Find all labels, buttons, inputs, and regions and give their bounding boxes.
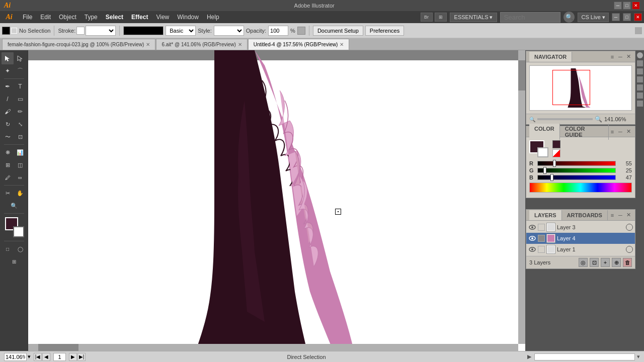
menu-effect[interactable]: Effect xyxy=(128,13,151,22)
layer-1-visibility[interactable] xyxy=(528,245,536,253)
layers-menu-btn[interactable]: ≡ xyxy=(609,212,616,219)
page-input[interactable] xyxy=(53,353,66,361)
lasso-tool[interactable]: ⌒ xyxy=(14,65,26,77)
stroke-swatch[interactable] xyxy=(76,27,85,35)
r-slider-container[interactable] xyxy=(537,161,616,166)
full-screen-btn[interactable]: ⊞ xyxy=(8,255,20,267)
style-select[interactable] xyxy=(214,26,244,36)
opacity-input[interactable] xyxy=(268,26,288,36)
panel-strip-btn-1[interactable] xyxy=(637,52,643,58)
menu-view[interactable]: View xyxy=(152,13,173,22)
hand-tool[interactable]: ✋ xyxy=(14,187,26,199)
layer-row-4[interactable]: Layer 4 xyxy=(526,233,635,244)
navigator-collapse-btn[interactable]: ─ xyxy=(617,53,624,60)
color-collapse-btn[interactable]: ─ xyxy=(617,128,624,135)
symbol-sprayer-tool[interactable]: ❋ xyxy=(2,146,14,158)
close-button[interactable]: ✕ xyxy=(632,2,640,10)
blend-tool[interactable]: ∞ xyxy=(14,171,26,184)
layer-1-target[interactable] xyxy=(626,246,633,253)
h-scroll-thumb[interactable] xyxy=(38,344,78,351)
essentials-button[interactable]: ESSENTIALS ▾ xyxy=(450,13,498,22)
line-tool[interactable]: / xyxy=(2,93,14,105)
locate-object-btn[interactable]: ◎ xyxy=(579,258,588,267)
color-spectrum-bar[interactable] xyxy=(529,183,632,193)
status-arrow-icon[interactable]: ▾ xyxy=(637,353,640,360)
fill-swatch[interactable] xyxy=(2,27,10,35)
next-page-btn[interactable]: ▶ xyxy=(69,353,77,361)
toolbar-options-btn[interactable] xyxy=(635,27,642,34)
tab-1[interactable]: 6.ait* @ 141.06% (RGB/Preview) ✕ xyxy=(156,39,247,50)
bridge-icon[interactable]: Br xyxy=(421,13,433,22)
panel-strip-btn-2[interactable] xyxy=(637,60,643,66)
direct-selection-tool[interactable] xyxy=(14,52,26,64)
layer-3-visibility[interactable] xyxy=(528,223,536,231)
color-guide-tab[interactable]: COLOR GUIDE xyxy=(560,124,609,140)
color-panel-header[interactable]: COLOR COLOR GUIDE ≡ ─ ✕ xyxy=(526,126,635,137)
tab-0[interactable]: female-fashion-figure-croqui-023.jpg @ 1… xyxy=(2,39,155,50)
minimize-button[interactable]: ─ xyxy=(614,2,622,10)
menu-object[interactable]: Object xyxy=(55,13,80,22)
layer-row-1[interactable]: Layer 1 xyxy=(526,244,635,255)
color-tab[interactable]: COLOR xyxy=(529,124,560,140)
zoom-input[interactable] xyxy=(4,353,27,361)
paintbrush-tool[interactable]: 🖌 xyxy=(2,106,14,118)
delete-layer-btn[interactable]: 🗑 xyxy=(623,258,632,267)
rotate-tool[interactable]: ↻ xyxy=(2,118,14,130)
pencil-tool[interactable]: ✏ xyxy=(14,106,26,118)
layer-4-visibility[interactable] xyxy=(528,234,536,242)
color-reset-icon[interactable] xyxy=(552,149,560,157)
basic-select[interactable]: Basic xyxy=(166,26,196,36)
new-sublayer-btn[interactable]: + xyxy=(601,258,610,267)
menu-help[interactable]: Help xyxy=(203,13,223,22)
preferences-button[interactable]: Preferences xyxy=(365,26,404,36)
menu-type[interactable]: Type xyxy=(81,13,101,22)
stroke-select[interactable] xyxy=(86,26,116,36)
free-transform-tool[interactable]: ⊡ xyxy=(14,131,26,143)
workspace-icon[interactable]: ⊞ xyxy=(435,13,447,22)
v-scroll-thumb[interactable] xyxy=(518,60,525,90)
type-tool[interactable]: T xyxy=(14,80,26,93)
background-swatch[interactable] xyxy=(13,226,24,237)
panel-restore-btn[interactable]: □ xyxy=(623,13,631,21)
horizontal-scrollbar[interactable] xyxy=(28,344,518,351)
navigator-viewport-box[interactable] xyxy=(552,70,590,105)
scissors-tool[interactable]: ✂ xyxy=(2,187,14,199)
navigator-tab[interactable]: NAVIGATOR xyxy=(529,52,572,62)
menu-file[interactable]: File xyxy=(19,13,36,22)
panel-strip-btn-3[interactable] xyxy=(637,68,643,74)
artboards-tab[interactable]: ARTBOARDS xyxy=(562,210,608,220)
stroke-color-swatch[interactable] xyxy=(537,147,548,157)
screen-mode-btn[interactable]: ◯ xyxy=(14,243,26,255)
normal-mode-btn[interactable]: □ xyxy=(2,243,14,255)
layers-collapse-btn[interactable]: ─ xyxy=(617,212,624,219)
panel-strip-btn-5[interactable] xyxy=(637,84,643,90)
panel-strip-btn-6[interactable] xyxy=(637,93,643,99)
menu-select[interactable]: Select xyxy=(102,13,127,22)
cs-live-button[interactable]: CS Live ▾ xyxy=(578,13,609,22)
prev-page-btn[interactable]: ◀ xyxy=(42,353,50,361)
layer-row-3[interactable]: Layer 3 xyxy=(526,222,635,233)
tab-2-close[interactable]: ✕ xyxy=(340,42,344,47)
column-graph-tool[interactable]: 📊 xyxy=(14,146,26,158)
color-menu-btn[interactable]: ≡ xyxy=(609,128,616,135)
navigator-menu-btn[interactable]: ≡ xyxy=(609,53,616,60)
r-slider-thumb[interactable] xyxy=(553,160,556,167)
zoom-in-icon[interactable]: 🔍 xyxy=(595,116,602,123)
make-clipping-mask-btn[interactable]: ⊡ xyxy=(590,258,599,267)
zoom-arrow-down[interactable]: ▾ xyxy=(28,353,31,360)
g-slider-container[interactable] xyxy=(537,168,616,173)
first-page-btn[interactable]: |◀ xyxy=(34,353,42,361)
gradient-tool[interactable]: ◫ xyxy=(14,159,26,171)
menu-edit[interactable]: Edit xyxy=(37,13,54,22)
panel-strip-btn-4[interactable] xyxy=(637,76,643,82)
color-close-btn[interactable]: ✕ xyxy=(625,128,632,135)
panel-close-btn[interactable]: ✕ xyxy=(634,13,642,21)
eyedropper-tool[interactable]: 🖉 xyxy=(2,171,14,184)
selection-tool[interactable] xyxy=(2,52,14,64)
rect-tool[interactable]: ▭ xyxy=(14,93,26,105)
layers-tab[interactable]: LAYERS xyxy=(529,210,562,220)
last-page-btn[interactable]: ▶| xyxy=(77,353,86,361)
navigator-close-btn[interactable]: ✕ xyxy=(625,53,632,60)
maximize-button[interactable]: □ xyxy=(623,2,631,10)
tab-2[interactable]: Untitled-4 @ 157.56% (RGB/Preview) ✕ xyxy=(248,39,349,50)
